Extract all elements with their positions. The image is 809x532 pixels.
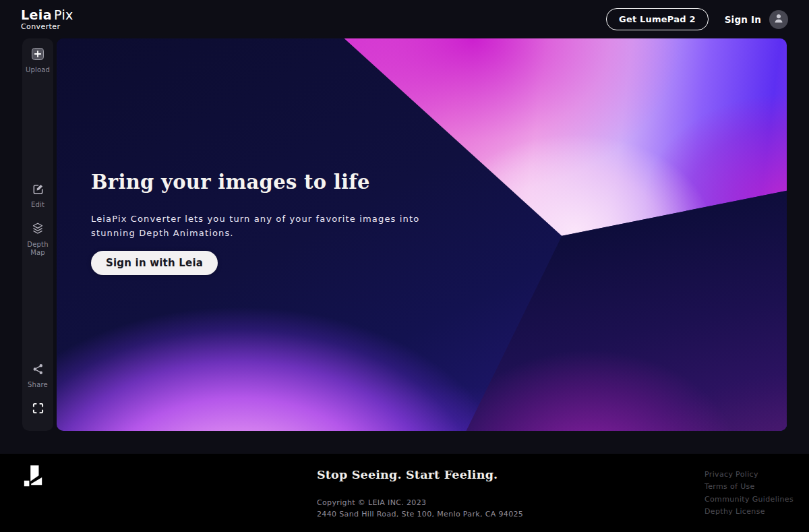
depth-map-layers-icon (31, 222, 44, 238)
address-line: 2440 Sand Hill Road, Ste 100, Menlo Park… (317, 508, 492, 520)
sidebar-item-label: Share (22, 381, 53, 389)
leiapix-converter-app: LeiaPix Converter Get LumePad 2 Sign In (0, 0, 809, 532)
edit-pencil-icon (32, 183, 44, 198)
link-privacy-policy[interactable]: Privacy Policy (705, 469, 793, 481)
footer-copyright: Copyright © LEIA INC. 2023 2440 Sand Hil… (317, 497, 492, 520)
link-depthy-license[interactable]: Depthy License (705, 506, 793, 518)
logo-subtitle: Converter (21, 23, 73, 30)
sidebar-item-label: Depth Map (22, 241, 53, 257)
sidebar-item-depth-map[interactable]: Depth Map (22, 222, 53, 257)
person-icon (773, 12, 785, 27)
sign-in-button[interactable]: Sign In (725, 14, 761, 25)
hero-canvas: Bring your images to life LeiaPix Conver… (57, 38, 787, 431)
share-nodes-icon (32, 363, 44, 378)
sidebar-item-label: Edit (22, 201, 53, 209)
sidebar-toolbar: Upload Edit Depth Map (22, 38, 53, 431)
sidebar-item-fullscreen[interactable] (22, 402, 53, 417)
avatar[interactable] (769, 10, 788, 29)
logo-brand-bold: Leia (21, 7, 52, 22)
leiapix-logo[interactable]: LeiaPix Converter (21, 9, 73, 30)
header: LeiaPix Converter Get LumePad 2 Sign In (0, 0, 809, 38)
link-terms-of-use[interactable]: Terms of Use (705, 481, 793, 493)
sign-in-with-leia-button[interactable]: Sign in with Leia (91, 251, 218, 275)
leia-logo-mark (22, 465, 44, 494)
hero-description-line: stunning Depth Animations. (91, 226, 419, 240)
copyright-line: Copyright © LEIA INC. 2023 (317, 497, 492, 508)
hero-content: Bring your images to life LeiaPix Conver… (91, 171, 419, 275)
footer-links: Privacy Policy Terms of Use Community Gu… (705, 469, 793, 518)
sidebar-item-edit[interactable]: Edit (22, 183, 53, 209)
hero-description-line: LeiaPix Converter lets you turn any of y… (91, 212, 419, 226)
logo-wordmark: LeiaPix (21, 9, 73, 22)
hero-title: Bring your images to life (91, 171, 419, 194)
logo-brand-light: Pix (54, 7, 73, 22)
hero-description: LeiaPix Converter lets you turn any of y… (91, 212, 419, 240)
fullscreen-icon (32, 402, 44, 417)
sidebar-item-share[interactable]: Share (22, 363, 53, 389)
footer-tagline: Stop Seeing. Start Feeling. (317, 468, 492, 481)
footer: Stop Seeing. Start Feeling. Copyright © … (0, 454, 809, 532)
sidebar-item-label: Upload (22, 66, 53, 74)
upload-plus-icon (31, 47, 44, 63)
sidebar-item-upload[interactable]: Upload (22, 47, 53, 74)
get-lumepad-button[interactable]: Get LumePad 2 (606, 8, 709, 30)
footer-center: Stop Seeing. Start Feeling. Copyright © … (317, 468, 492, 520)
header-actions: Get LumePad 2 Sign In (606, 8, 788, 30)
link-community-guidelines[interactable]: Community Guidelines (705, 494, 793, 506)
